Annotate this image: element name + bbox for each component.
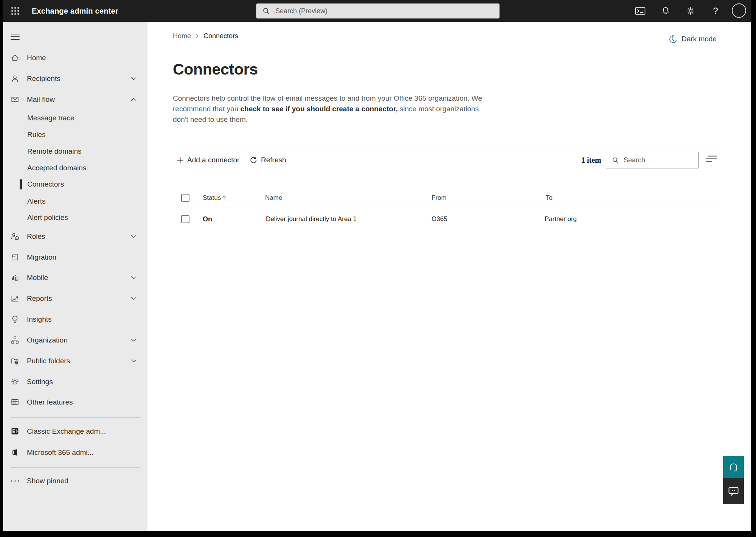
global-search-input[interactable] [275, 7, 473, 16]
list-search-input[interactable] [623, 156, 692, 165]
org-tree-icon [11, 336, 20, 345]
person-icon [11, 74, 20, 83]
sort-ascending-icon [222, 195, 227, 201]
gear-icon[interactable] [686, 6, 695, 16]
plus-icon [177, 157, 183, 163]
sidebar-item-mail-flow[interactable]: Mail flow [3, 91, 147, 108]
sidebar-item-connectors[interactable]: Connectors [3, 176, 147, 193]
column-header-status[interactable]: Status [203, 194, 221, 202]
refresh-button[interactable]: Refresh [249, 152, 286, 168]
app-launcher-icon[interactable] [8, 4, 22, 18]
chevron-down-icon [131, 339, 137, 342]
global-search-box[interactable] [256, 3, 500, 19]
column-header-to[interactable]: To [546, 194, 553, 202]
list-search-box[interactable] [606, 152, 699, 168]
sidebar-item-label: Classic Exchange adm... [27, 427, 106, 436]
sidebar-item-roles[interactable]: Roles [3, 228, 147, 245]
select-all-checkbox[interactable] [181, 194, 189, 202]
refresh-icon [249, 156, 257, 164]
sidebar-item-alerts[interactable]: Alerts [3, 193, 147, 210]
row-from: O365 [432, 215, 447, 223]
sidebar-item-label: Alerts [27, 197, 46, 205]
column-header-from[interactable]: From [432, 194, 447, 202]
table-row[interactable]: On Deliver journal directly to Area 1 O3… [173, 207, 720, 231]
top-app-bar: Exchange admin center [3, 0, 751, 22]
sidebar-item-recipients[interactable]: Recipients [3, 70, 147, 87]
sidebar-item-insights[interactable]: Insights [3, 311, 147, 328]
sidebar-item-label: Remote domains [27, 147, 82, 156]
speech-bubble-icon [728, 486, 739, 497]
sidebar-item-label: Recipients [27, 75, 61, 83]
avatar[interactable] [732, 3, 746, 18]
breadcrumb-current: Connectors [203, 32, 238, 40]
sidebar-item-rules[interactable]: Rules [3, 126, 147, 143]
selected-indicator [20, 179, 22, 190]
support-button[interactable] [723, 456, 744, 478]
envelope-icon [11, 95, 20, 104]
filter-icon[interactable] [706, 155, 717, 162]
dark-mode-toggle[interactable]: Dark mode [668, 34, 717, 44]
sidebar-item-label: Connectors [27, 180, 64, 188]
terminal-icon[interactable] [635, 7, 646, 16]
page-title: Connectors [173, 61, 258, 78]
sidebar-item-label: Migration [27, 253, 56, 261]
app-window: Exchange admin center [3, 0, 751, 531]
sidebar-item-classic-exchange[interactable]: Classic Exchange adm... [3, 423, 147, 440]
chevron-up-icon [131, 98, 137, 101]
sidebar-item-m365-admin[interactable]: Microsoft 365 admi... [3, 444, 147, 461]
sidebar-item-organization[interactable]: Organization [3, 332, 147, 349]
moon-icon [668, 34, 678, 44]
sidebar-item-label: Mail flow [27, 95, 55, 104]
home-icon [11, 53, 20, 62]
sidebar: Home Recipients Mail flow [3, 22, 147, 531]
page-description: Connectors help control the flow of emai… [173, 93, 491, 125]
sidebar-item-label: Settings [27, 378, 53, 386]
gear-icon [11, 377, 20, 386]
sidebar-divider [11, 467, 140, 468]
sidebar-item-reports[interactable]: Reports [3, 290, 147, 307]
sidebar-item-label: Message trace [27, 114, 75, 122]
folder-globe-icon [11, 356, 20, 366]
sidebar-item-label: Reports [27, 294, 52, 303]
table-header-row: Status Name From To [173, 189, 720, 207]
app-title: Exchange admin center [32, 7, 118, 16]
sidebar-item-accepted-domains[interactable]: Accepted domains [3, 160, 147, 176]
add-connector-label: Add a connector [187, 156, 239, 164]
document-arrow-icon [11, 253, 20, 262]
sidebar-item-label: Alert policies [27, 213, 68, 222]
sidebar-item-message-trace[interactable]: Message trace [3, 110, 147, 126]
sidebar-item-label: Microsoft 365 admi... [27, 448, 93, 457]
sidebar-item-label: Rules [27, 131, 46, 139]
sidebar-item-remote-domains[interactable]: Remote domains [3, 143, 147, 160]
row-checkbox[interactable] [181, 215, 189, 223]
breadcrumb-home[interactable]: Home [173, 32, 191, 40]
office-logo-icon [11, 448, 20, 457]
chevron-down-icon [131, 235, 137, 238]
hamburger-menu-icon[interactable] [11, 33, 20, 40]
sidebar-item-alert-policies[interactable]: Alert policies [3, 209, 147, 226]
sidebar-item-label: Mobile [27, 274, 48, 282]
table-grid-icon [11, 398, 20, 407]
help-icon[interactable]: ? [713, 6, 718, 16]
sidebar-item-show-pinned[interactable]: Show pinned [3, 473, 147, 489]
create-connector-link[interactable]: check to see if you should create a conn… [240, 105, 397, 113]
sidebar-item-home[interactable]: Home [3, 50, 147, 66]
breadcrumb: Home Connectors [173, 32, 238, 40]
sidebar-item-settings[interactable]: Settings [3, 374, 147, 390]
search-icon [262, 7, 270, 15]
sidebar-item-migration[interactable]: Migration [3, 249, 147, 266]
sidebar-item-other-features[interactable]: Other features [3, 394, 147, 411]
add-connector-button[interactable]: Add a connector [177, 152, 239, 168]
chevron-down-icon [131, 360, 137, 363]
sidebar-item-label: Show pinned [27, 477, 68, 485]
feedback-button[interactable] [723, 478, 744, 504]
sidebar-item-mobile[interactable]: Mobile [3, 269, 147, 286]
sidebar-item-public-folders[interactable]: Public folders [3, 353, 147, 369]
headset-icon [728, 462, 739, 472]
column-header-name[interactable]: Name [265, 194, 282, 202]
toolbar-divider [173, 148, 720, 148]
mobile-stats-icon [11, 273, 20, 282]
sidebar-item-label: Organization [27, 336, 68, 344]
bell-icon[interactable] [661, 6, 670, 16]
chevron-down-icon [131, 297, 137, 300]
